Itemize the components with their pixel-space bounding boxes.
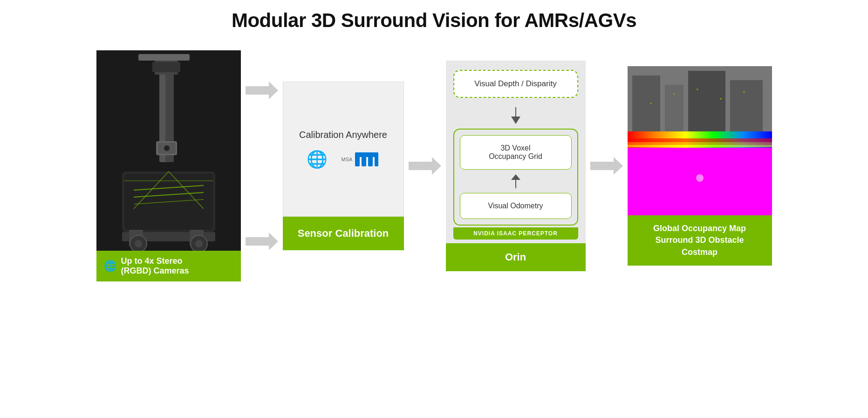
svg-point-45 <box>650 103 652 104</box>
svg-rect-42 <box>730 80 763 131</box>
svg-rect-39 <box>632 75 660 131</box>
orin-label: Orin <box>446 243 586 271</box>
isaac-label: NVIDIA ISAAC PERCEPTOR <box>453 227 578 240</box>
diagram-row: 🌐 Up to 4x Stereo (RGBD) Cameras Calibra… <box>19 50 849 281</box>
robot-image <box>96 50 241 251</box>
calibration-title: Calibration Anywhere <box>299 130 387 140</box>
voxel-box: 3D VoxelOccupancy Grid <box>460 135 572 170</box>
msa-text: MSA <box>342 157 353 162</box>
page-title: Modular 3D Surround Vision for AMRs/AGVs <box>232 9 636 32</box>
arrow-group-1 <box>246 82 278 250</box>
perceptor-outer: Visual Depth / Disparity 3D VoxelOccupan… <box>446 61 586 243</box>
svg-point-53 <box>696 174 704 182</box>
output-caption-text: Global Occupancy Map Surround 3D Obstacl… <box>637 223 763 258</box>
block-perceptor: Visual Depth / Disparity 3D VoxelOccupan… <box>446 61 586 271</box>
svg-rect-41 <box>688 71 725 131</box>
vdd-label: Visual Depth / Disparity <box>474 79 556 88</box>
svg-point-46 <box>673 93 675 95</box>
arrow-1-bottom <box>246 233 278 250</box>
robot-caption: 🌐 Up to 4x Stereo (RGBD) Cameras <box>96 251 241 281</box>
voxel-label: 3D VoxelOccupancy Grid <box>489 144 542 160</box>
output-image <box>628 66 772 215</box>
svg-marker-36 <box>590 157 623 175</box>
arrow-1-top <box>246 82 278 99</box>
svg-marker-25 <box>246 233 278 250</box>
svg-rect-4 <box>152 62 180 72</box>
metropolis-logo <box>354 150 380 169</box>
sensor-calibration-label: Sensor Calibration <box>283 217 404 250</box>
svg-rect-2 <box>138 54 190 61</box>
block-calibration: Calibration Anywhere 🌐 MSA <box>283 82 404 250</box>
globe-icon: 🌐 <box>104 260 116 272</box>
isaac-inner: 3D VoxelOccupancy Grid Visual Odometry <box>453 129 578 226</box>
svg-point-23 <box>165 146 169 150</box>
arrow-down-vdd <box>453 107 578 124</box>
svg-rect-40 <box>665 85 683 131</box>
inner-arrow-up <box>460 174 572 188</box>
svg-rect-50 <box>628 138 772 142</box>
svg-rect-51 <box>628 142 772 145</box>
calibration-card: Calibration Anywhere 🌐 MSA <box>283 82 404 217</box>
svg-point-18 <box>195 240 203 247</box>
cal-logos: 🌐 MSA <box>307 150 380 169</box>
svg-rect-30 <box>355 152 378 157</box>
vdd-box: Visual Depth / Disparity <box>453 70 578 98</box>
globe-icon-cal: 🌐 <box>307 150 328 169</box>
svg-marker-35 <box>511 174 520 180</box>
robot-caption-text: Up to 4x Stereo (RGBD) Cameras <box>121 256 189 276</box>
svg-rect-52 <box>628 145 772 147</box>
block-output: Global Occupancy Map Surround 3D Obstacl… <box>628 66 772 266</box>
block-robot: 🌐 Up to 4x Stereo (RGBD) Cameras <box>96 50 241 281</box>
output-caption: Global Occupancy Map Surround 3D Obstacl… <box>628 215 772 266</box>
svg-point-48 <box>720 98 722 100</box>
svg-point-17 <box>135 240 142 247</box>
odometry-label: Visual Odometry <box>488 202 543 210</box>
arrow-3 <box>590 157 623 175</box>
arrow-2 <box>409 157 441 175</box>
svg-point-47 <box>697 89 698 90</box>
svg-point-49 <box>743 91 745 93</box>
svg-marker-24 <box>246 82 278 99</box>
svg-marker-33 <box>511 116 520 124</box>
odometry-box: Visual Odometry <box>460 193 572 219</box>
svg-marker-31 <box>409 157 441 175</box>
msa-logo: MSA <box>342 150 380 169</box>
